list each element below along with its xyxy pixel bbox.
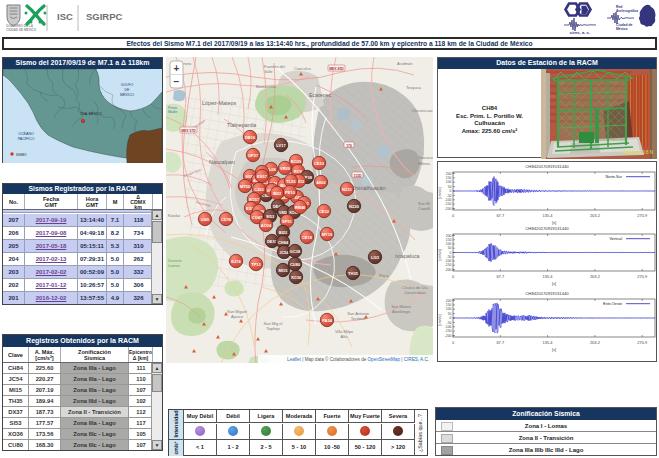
svg-text:50: 50 bbox=[448, 312, 452, 316]
svg-text:100: 100 bbox=[446, 307, 452, 311]
svg-text:Norte-Sur: Norte-Sur bbox=[606, 175, 623, 179]
svg-text:67.7: 67.7 bbox=[496, 274, 505, 279]
svg-text:200: 200 bbox=[446, 299, 452, 303]
svg-text:135.4: 135.4 bbox=[543, 213, 554, 218]
svg-text:135.4: 135.4 bbox=[543, 274, 554, 279]
svg-text:50: 50 bbox=[448, 185, 452, 189]
svg-text:0: 0 bbox=[450, 316, 452, 320]
svg-text:-200: -200 bbox=[445, 268, 452, 272]
svg-text:270.9: 270.9 bbox=[637, 340, 648, 345]
svg-text:-200: -200 bbox=[445, 207, 452, 211]
svg-text:-200: -200 bbox=[445, 334, 452, 338]
svg-text:[s]: [s] bbox=[552, 281, 556, 286]
svg-text:0: 0 bbox=[452, 340, 455, 345]
svg-text:[cm/s/s]: [cm/s/s] bbox=[438, 314, 442, 326]
svg-text:0: 0 bbox=[452, 213, 455, 218]
svg-text:200: 200 bbox=[446, 172, 452, 176]
svg-text:CH8420170919131440: CH8420170919131440 bbox=[525, 226, 569, 231]
svg-text:67.7: 67.7 bbox=[496, 340, 505, 345]
svg-text:-100: -100 bbox=[445, 198, 452, 202]
svg-text:67.7: 67.7 bbox=[496, 213, 505, 218]
svg-text:-150: -150 bbox=[445, 202, 452, 206]
svg-text:Este-Oeste: Este-Oeste bbox=[603, 302, 622, 306]
svg-text:CH8420170919131440: CH8420170919131440 bbox=[525, 291, 569, 296]
svg-text:0: 0 bbox=[452, 274, 455, 279]
svg-text:203.2: 203.2 bbox=[590, 274, 601, 279]
svg-text:Vertical: Vertical bbox=[610, 237, 623, 241]
svg-text:100: 100 bbox=[446, 180, 452, 184]
svg-text:[cm/s/s]: [cm/s/s] bbox=[438, 249, 442, 261]
svg-text:[s]: [s] bbox=[552, 347, 556, 352]
svg-text:270.9: 270.9 bbox=[637, 274, 648, 279]
svg-text:270.9: 270.9 bbox=[637, 213, 648, 218]
svg-text:-100: -100 bbox=[445, 325, 452, 329]
svg-text:-150: -150 bbox=[445, 329, 452, 333]
svg-text:[cm/s/s]: [cm/s/s] bbox=[438, 187, 442, 199]
svg-text:[s]: [s] bbox=[552, 220, 556, 225]
svg-text:0: 0 bbox=[450, 189, 452, 193]
svg-text:135.4: 135.4 bbox=[543, 340, 554, 345]
svg-text:203.2: 203.2 bbox=[590, 340, 601, 345]
svg-text:203.2: 203.2 bbox=[590, 213, 601, 218]
svg-text:CH8420170919131440: CH8420170919131440 bbox=[525, 164, 569, 169]
